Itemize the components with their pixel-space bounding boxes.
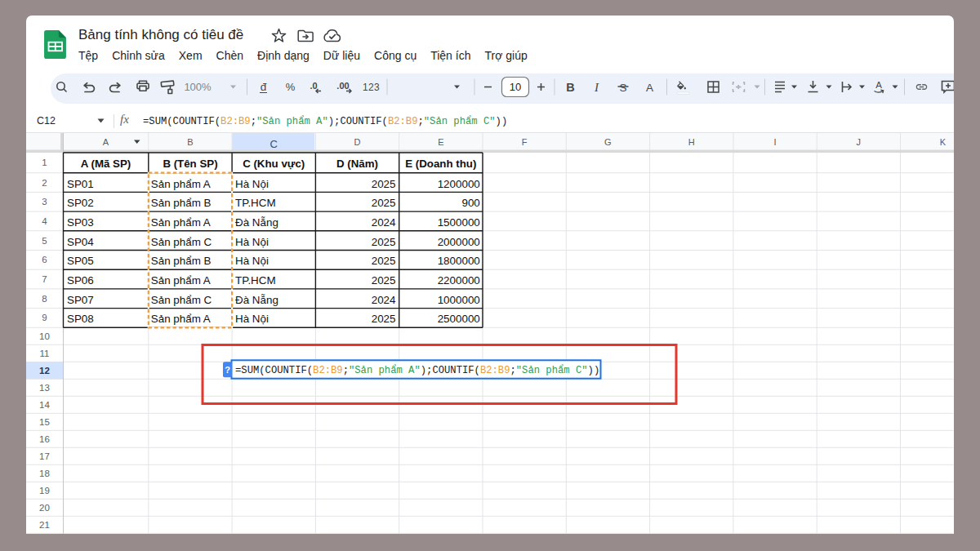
svg-text:A: A (646, 82, 653, 94)
svg-text:2500000: 2500000 (438, 313, 480, 325)
svg-text:Hà Nội: Hà Nội (235, 236, 269, 248)
svg-text:SP06: SP06 (67, 274, 94, 287)
svg-text:12: 12 (39, 366, 50, 375)
svg-text:Sản phẩm B: Sản phẩm B (151, 255, 212, 267)
svg-text:A: A (103, 137, 109, 147)
svg-text:Hà Nội: Hà Nội (235, 255, 269, 267)
svg-text:B: B (566, 81, 574, 94)
svg-text:2200000: 2200000 (438, 274, 480, 287)
svg-text:7: 7 (42, 274, 47, 284)
svg-text:.0: .0 (310, 81, 317, 91)
svg-text:6: 6 (42, 255, 47, 264)
svg-text:9: 9 (42, 313, 47, 322)
svg-text:1500000: 1500000 (438, 216, 480, 229)
svg-text:Sản phẩm C: Sản phẩm C (151, 294, 212, 306)
svg-text:F: F (522, 137, 528, 147)
svg-text:123: 123 (363, 82, 380, 93)
svg-text:Sản phẩm C: Sản phẩm C (151, 236, 212, 248)
svg-text:E: E (438, 137, 443, 147)
svg-text:100%: 100% (184, 81, 212, 93)
svg-text:20: 20 (39, 503, 50, 513)
svg-text:TP.HCM: TP.HCM (235, 274, 276, 287)
svg-text:B: B (187, 137, 193, 147)
svg-text:K: K (940, 137, 947, 147)
svg-text:2025: 2025 (372, 274, 396, 287)
svg-text:Sản phẩm A: Sản phẩm A (151, 274, 211, 287)
svg-text:1: 1 (42, 158, 47, 167)
svg-text:17: 17 (39, 451, 50, 461)
svg-text:G: G (604, 137, 612, 147)
svg-text:S: S (619, 82, 626, 94)
svg-text:2: 2 (42, 178, 47, 188)
svg-text:Đà Nẵng: Đà Nẵng (235, 294, 278, 306)
svg-text:Sản phẩm A: Sản phẩm A (151, 313, 211, 325)
svg-text:2024: 2024 (372, 294, 396, 306)
svg-text:2000000: 2000000 (438, 236, 480, 248)
svg-text:2025: 2025 (372, 313, 396, 325)
svg-text:11: 11 (40, 349, 50, 358)
svg-text:2025: 2025 (372, 255, 396, 267)
svg-text:H: H (688, 137, 695, 147)
svg-text:18: 18 (39, 469, 50, 478)
svg-text:SP07: SP07 (67, 294, 94, 306)
svg-text:B (Tên SP): B (Tên SP) (163, 158, 217, 170)
svg-text:Sản phẩm A: Sản phẩm A (151, 216, 211, 229)
svg-text:1800000: 1800000 (438, 255, 480, 267)
svg-text:1000000: 1000000 (438, 294, 480, 306)
svg-text:3: 3 (42, 197, 47, 207)
svg-text:16: 16 (39, 434, 50, 444)
svg-text:13: 13 (39, 383, 50, 393)
svg-text:21: 21 (39, 520, 50, 530)
svg-text:SP02: SP02 (67, 197, 94, 209)
svg-text:Hà Nội: Hà Nội (235, 178, 269, 190)
svg-text:C: C (270, 138, 278, 150)
svg-text:2025: 2025 (372, 197, 396, 209)
svg-text:Hà Nội: Hà Nội (235, 313, 269, 325)
svg-text:Sản phẩm A: Sản phẩm A (151, 178, 211, 190)
svg-text:SP08: SP08 (67, 313, 94, 325)
svg-text:J: J (857, 137, 862, 147)
svg-text:E (Doanh thu): E (Doanh thu) (405, 158, 476, 170)
svg-text:14: 14 (39, 400, 50, 410)
svg-text:?: ? (225, 365, 230, 375)
svg-text:1200000: 1200000 (438, 178, 480, 190)
svg-text:2025: 2025 (372, 178, 396, 190)
svg-text:C (Khu vực): C (Khu vực) (243, 158, 305, 170)
svg-text:2025: 2025 (372, 236, 396, 248)
svg-text:15: 15 (39, 417, 50, 427)
svg-text:D: D (354, 137, 361, 147)
svg-text:19: 19 (39, 486, 50, 495)
svg-text:TP.HCM: TP.HCM (235, 197, 276, 209)
svg-text:2024: 2024 (372, 216, 396, 229)
svg-text:D (Năm): D (Năm) (336, 158, 378, 170)
svg-text:900: 900 (461, 197, 479, 209)
svg-text:Sản phẩm B: Sản phẩm B (151, 197, 212, 209)
svg-text:A (Mã SP): A (Mã SP) (81, 158, 131, 170)
svg-text:SP01: SP01 (67, 178, 94, 190)
svg-text:5: 5 (42, 236, 47, 246)
svg-text:I: I (594, 81, 599, 94)
svg-text:.00: .00 (336, 81, 349, 91)
svg-text:%: % (286, 81, 296, 93)
svg-text:SP03: SP03 (67, 216, 94, 229)
svg-text:A: A (875, 80, 882, 90)
svg-text:=SUM(COUNTIF(B2:B9;"Sản phẩm A: =SUM(COUNTIF(B2:B9;"Sản phẩm A");COUNTIF… (235, 364, 599, 376)
svg-text:10: 10 (39, 331, 50, 341)
svg-text:SP05: SP05 (67, 255, 94, 267)
svg-text:4: 4 (42, 216, 47, 226)
svg-text:10: 10 (510, 81, 521, 93)
svg-text:I: I (773, 137, 776, 147)
svg-text:đ: đ (261, 81, 267, 93)
svg-text:SP04: SP04 (67, 236, 94, 248)
svg-text:Đà Nẵng: Đà Nẵng (235, 216, 278, 229)
svg-text:8: 8 (42, 294, 47, 304)
